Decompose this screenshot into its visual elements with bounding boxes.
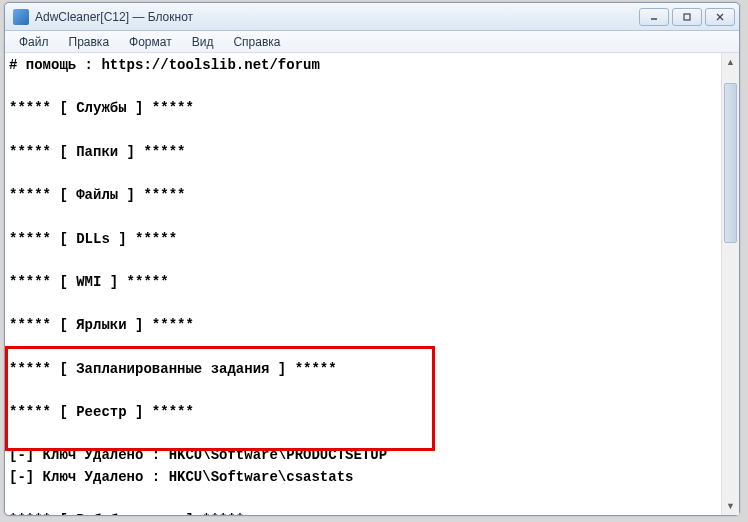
scroll-thumb[interactable] — [724, 83, 737, 243]
window-controls — [639, 8, 735, 26]
notepad-window: AdwCleaner[C12] — Блокнот Файл Правка Фо… — [4, 2, 740, 516]
svg-rect-1 — [684, 14, 690, 20]
text-editor[interactable]: # помощь : https://toolslib.net/forum **… — [5, 53, 721, 515]
menu-edit[interactable]: Правка — [59, 33, 120, 51]
minimize-icon — [649, 12, 659, 22]
scroll-up-button[interactable]: ▲ — [722, 53, 739, 71]
notepad-icon — [13, 9, 29, 25]
content-area: # помощь : https://toolslib.net/forum **… — [5, 53, 739, 515]
titlebar[interactable]: AdwCleaner[C12] — Блокнот — [5, 3, 739, 31]
scroll-down-button[interactable]: ▼ — [722, 497, 739, 515]
menu-help[interactable]: Справка — [223, 33, 290, 51]
maximize-icon — [682, 12, 692, 22]
close-icon — [715, 12, 725, 22]
minimize-button[interactable] — [639, 8, 669, 26]
vertical-scrollbar[interactable]: ▲ ▼ — [721, 53, 739, 515]
maximize-button[interactable] — [672, 8, 702, 26]
menu-file[interactable]: Файл — [9, 33, 59, 51]
window-title: AdwCleaner[C12] — Блокнот — [35, 10, 639, 24]
menubar: Файл Правка Формат Вид Справка — [5, 31, 739, 53]
close-button[interactable] — [705, 8, 735, 26]
menu-format[interactable]: Формат — [119, 33, 182, 51]
scroll-track[interactable] — [722, 71, 739, 497]
menu-view[interactable]: Вид — [182, 33, 224, 51]
